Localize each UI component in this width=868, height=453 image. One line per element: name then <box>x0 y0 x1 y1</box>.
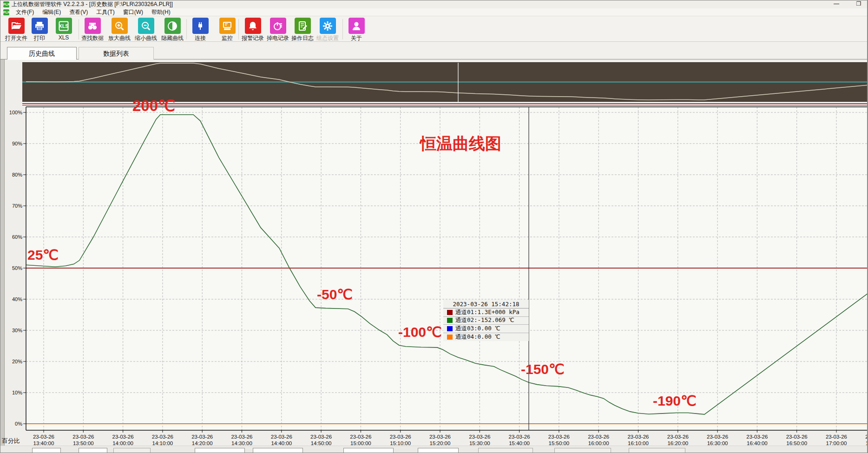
minimize-button[interactable]: — <box>831 0 842 8</box>
y-tick-label: 40% <box>4 296 22 302</box>
toolbar-button-label: 监控 <box>215 34 239 42</box>
x-tick-label: 23-03-2614:10:00 <box>144 433 181 446</box>
overview-strip[interactable] <box>22 62 868 102</box>
bottom-control-button-10[interactable] <box>554 448 611 453</box>
x-tick-label: 23-03-2616:10:00 <box>620 433 657 446</box>
menu-item-0[interactable]: 文件(F) <box>12 9 38 15</box>
toolbar-button-power[interactable]: 掉电记录 <box>266 18 290 41</box>
x-tick-label: 23-03-2615:50:00 <box>540 433 578 446</box>
tooltip-row-通道04: 通道04:0.00 ℃ <box>443 333 529 341</box>
toolbar-button-zoom-in[interactable]: 放大曲线 <box>107 18 132 41</box>
window-right-border <box>867 0 868 453</box>
toolbar-button-bell[interactable]: 报警记录 <box>241 18 265 41</box>
menu-item-4[interactable]: 窗口(W) <box>119 9 147 15</box>
bottom-control-select-8[interactable] <box>418 448 459 453</box>
bottom-control-label-6 <box>310 448 333 453</box>
menu-bar: PLR 文件(F)编辑(E)查看(V)工具(T)窗口(W)帮助(H) <box>0 8 868 16</box>
monitor-icon <box>219 18 236 34</box>
annotation-25: 25℃ <box>27 247 59 263</box>
toolbar-button-label: 放大曲线 <box>107 34 132 42</box>
x-tick-label: 23-03-2615:10:00 <box>382 433 419 446</box>
restore-button[interactable]: ❐ <box>854 0 864 8</box>
toolbar-button-print[interactable]: 打印 <box>27 18 52 41</box>
toolbar-separator <box>79 19 79 39</box>
bell-icon <box>245 18 261 34</box>
toolbar-button-label: 操作日志 <box>290 34 315 42</box>
plug-icon <box>192 18 209 34</box>
bottom-control-input-1[interactable] <box>79 448 107 453</box>
menu-item-2[interactable]: 查看(V) <box>65 9 92 15</box>
tooltip-row-通道02: 通道02:-152.069 ℃ <box>443 317 529 325</box>
x-tick-label: 23-03-2616:40:00 <box>738 433 776 446</box>
bottom-control-input-0[interactable] <box>32 448 61 453</box>
toolbar-button-gear[interactable]: 组态设置 <box>316 18 340 41</box>
tab-history-curve[interactable]: 历史曲线 <box>7 47 77 59</box>
svg-text:XLS: XLS <box>59 23 68 29</box>
tooltip-timestamp: 2023-03-26 15:42:18 <box>443 300 529 309</box>
x-tick-label: 23-03-2615:30:00 <box>461 433 498 446</box>
bottom-control-label-3 <box>161 448 188 453</box>
channel-readout: 通道04:0.00 ℃ <box>455 333 500 341</box>
toolbar-separator <box>238 19 239 39</box>
y-tick-label: 80% <box>4 172 22 177</box>
toolbar-separator <box>186 19 187 39</box>
x-tick-label: 23-03-2615:00:00 <box>342 433 379 446</box>
annotation--190: -190℃ <box>653 393 697 409</box>
toolbar-button-zoom-out[interactable]: 缩小曲线 <box>134 18 158 41</box>
window-title: 上位机数据管理软件 V2.2.2.3 - [历史数据 [F:\PLR\23032… <box>12 0 173 8</box>
x-tick-label: 23-03-2616:20:00 <box>659 433 697 446</box>
toolbar-button-binoculars[interactable]: 查找数据 <box>80 18 105 41</box>
tab-bar: 历史曲线数据列表 <box>0 42 868 59</box>
y-tick-label: 90% <box>4 141 22 146</box>
document-icon: PLR <box>3 9 9 15</box>
xls-icon: XLS <box>56 18 72 34</box>
tooltip-row-通道01: 通道01:1.3E+000 kPa <box>443 309 529 317</box>
toolbar-button-label: 报警记录 <box>241 34 265 42</box>
menu-item-5[interactable]: 帮助(H) <box>147 9 175 15</box>
channel-readout: 通道03:0.00 ℃ <box>455 325 500 333</box>
toolbar-separator <box>342 19 343 39</box>
x-tick-label: 23-03-2613:50:00 <box>65 433 102 446</box>
bottom-control-button-9[interactable] <box>478 448 533 453</box>
toolbar-button-xls[interactable]: XLSXLS <box>52 18 76 41</box>
binoculars-icon <box>85 18 101 34</box>
y-tick-label: 30% <box>4 328 22 333</box>
toolbar-button-label: 打印 <box>27 34 52 42</box>
toolbar-button-person[interactable]: 关于 <box>344 18 368 41</box>
annotation-200: 200℃ <box>132 97 175 115</box>
bottom-control-select-5[interactable] <box>253 448 303 453</box>
toolbar-button-open-file[interactable]: 打开文件 <box>4 18 28 41</box>
toolbar-button-label: 缩小曲线 <box>134 34 158 42</box>
x-tick-label: 23-03-2617:10:00 <box>857 433 868 446</box>
toolbar-button-plug[interactable]: 连接 <box>188 18 212 41</box>
toolbar-button-label: 隐藏曲线 <box>160 34 184 42</box>
bottom-control-button-11[interactable] <box>629 448 685 453</box>
bottom-control-select-4[interactable] <box>195 448 245 453</box>
toolbar-button-contrast[interactable]: 隐藏曲线 <box>160 18 184 41</box>
toolbar-button-label: 掉电记录 <box>266 34 290 42</box>
y-tick-label: 50% <box>4 265 22 271</box>
gear-icon <box>320 18 336 34</box>
toolbar-button-label: XLS <box>52 34 76 41</box>
channel-readout: 通道02:-152.069 ℃ <box>455 316 514 324</box>
log-pencil-icon <box>295 18 311 34</box>
toolbar-button-log-pencil[interactable]: 操作日志 <box>290 18 315 41</box>
person-icon <box>349 18 365 34</box>
toolbar-button-monitor[interactable]: 监控 <box>215 18 239 41</box>
x-tick-label: 23-03-2614:40:00 <box>263 433 300 446</box>
tab-data-list[interactable]: 数据列表 <box>79 47 154 59</box>
y-tick-label: 100% <box>4 110 22 115</box>
print-icon <box>32 18 48 34</box>
toolbar-button-label: 查找数据 <box>80 34 105 42</box>
tooltip-row-通道03: 通道03:0.00 ℃ <box>443 325 529 333</box>
open-file-icon <box>8 18 25 34</box>
bottom-control-select-7[interactable] <box>343 448 394 453</box>
bottom-control-button-2[interactable] <box>113 448 151 453</box>
x-tick-label: 23-03-2615:20:00 <box>421 433 459 446</box>
toolbar: 打开文件打印XLSXLS查找数据放大曲线缩小曲线隐藏曲线连接监控报警记录掉电记录… <box>0 16 868 42</box>
toolbar-button-label: 组态设置 <box>316 34 340 42</box>
x-tick-label: 23-03-2616:50:00 <box>778 433 815 446</box>
menu-item-3[interactable]: 工具(T) <box>92 9 118 15</box>
cursor-tooltip: 2023-03-26 15:42:18 通道01:1.3E+000 kPa通道0… <box>443 300 529 341</box>
menu-item-1[interactable]: 编辑(E) <box>38 9 65 15</box>
